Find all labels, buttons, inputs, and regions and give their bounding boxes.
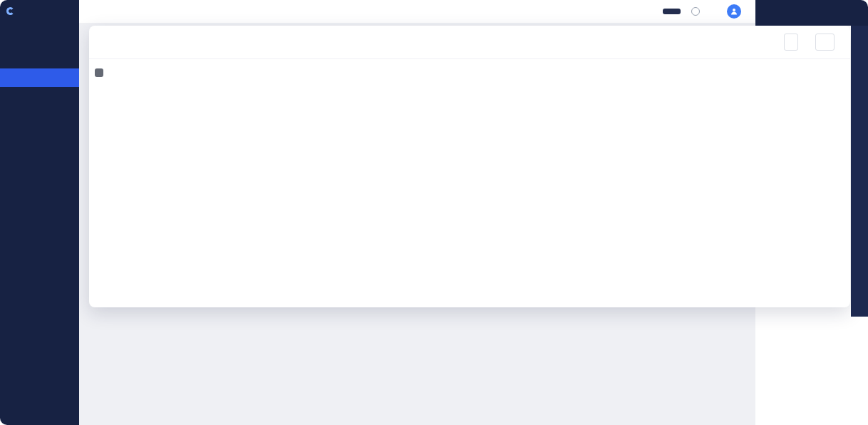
user-menu[interactable] [727, 4, 745, 19]
sidebar-item-document-understanding[interactable] [0, 144, 79, 163]
sidebar-item-user-flow-stats[interactable] [0, 87, 79, 106]
user-icon [730, 7, 738, 16]
avatar [727, 4, 741, 19]
panel-controls [758, 34, 835, 51]
sidebar-item-overall-monitor[interactable] [0, 50, 79, 68]
help-icon [691, 7, 700, 16]
app-window [0, 0, 868, 425]
logo-icon [6, 7, 14, 15]
chart-tooltip [95, 68, 103, 77]
date-to-input[interactable] [815, 34, 835, 51]
card-shadow-band [851, 26, 868, 317]
sidebar-item-data-center[interactable] [0, 163, 79, 183]
resource-group-dropdown[interactable] [663, 9, 681, 14]
sidebar-item-dashboard[interactable] [0, 31, 79, 50]
help-button[interactable] [691, 7, 703, 16]
sidebar-item-robot-run-stats[interactable] [0, 68, 79, 87]
sidebar [0, 0, 79, 425]
date-from-input[interactable] [784, 34, 798, 51]
topbar-right [663, 4, 745, 19]
sidebar-item-rpa-management[interactable] [0, 106, 79, 125]
robot-stats-panel [89, 26, 850, 307]
sidebar-nav [0, 31, 79, 202]
sidebar-item-app-management[interactable] [0, 125, 79, 144]
topbar-dark-corner [755, 0, 868, 26]
app-logo[interactable] [0, 0, 79, 22]
chart-legend [89, 59, 850, 67]
topbar [79, 0, 755, 24]
panel-header [89, 26, 850, 59]
sidebar-item-global-management[interactable] [0, 183, 79, 202]
